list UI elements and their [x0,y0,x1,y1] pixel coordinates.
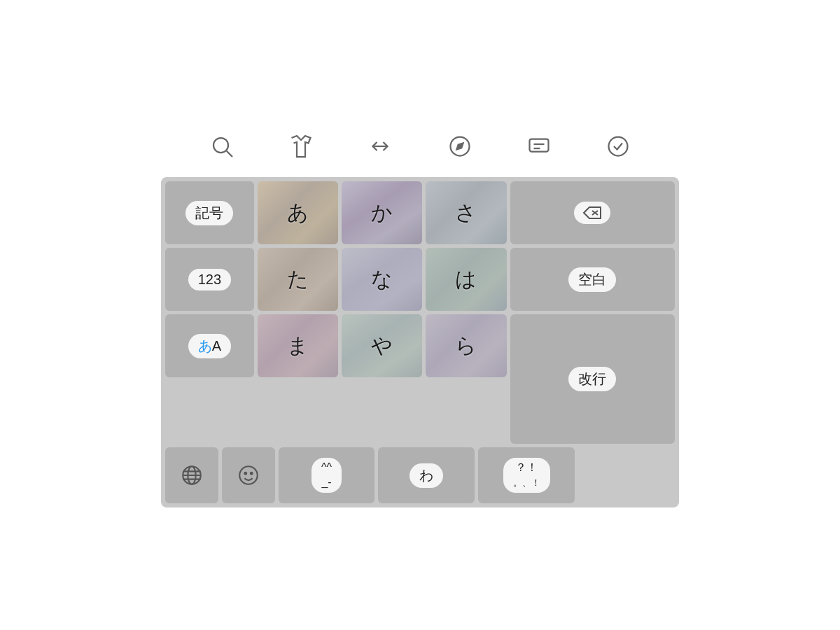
key-question[interactable]: ？！。、！ [478,447,575,503]
key-kigo-label: 記号 [186,201,233,225]
key-aA[interactable]: あA [165,314,254,377]
key-a-label: あ [287,199,309,227]
move-icon[interactable] [363,130,397,163]
keyboard: 記号 あ か さ [161,177,679,507]
svg-point-0 [214,138,228,153]
key-ra[interactable]: ら [426,314,506,377]
key-na[interactable]: な [342,248,422,311]
key-ya[interactable]: や [342,314,422,377]
key-newline-label: 改行 [568,367,616,391]
key-ka[interactable]: か [342,181,422,244]
svg-point-17 [244,472,246,475]
key-ha[interactable]: は [426,248,506,311]
key-123[interactable]: 123 [165,248,254,311]
key-sa[interactable]: さ [426,181,506,244]
check-circle-icon[interactable] [601,130,635,163]
key-kigou2[interactable]: ^^_- [279,447,375,503]
key-backspace[interactable] [510,181,676,244]
search-icon[interactable] [205,130,239,163]
key-aA-label: あA [188,334,231,358]
shirt-icon[interactable] [284,130,318,163]
key-space-label: 空白 [568,267,616,292]
backspace-pill [574,202,610,224]
toolbar [161,122,679,177]
key-123-label: 123 [188,269,231,290]
keyboard-row-1: 記号 あ か さ [165,181,675,244]
key-ma[interactable]: ま [258,314,338,377]
key-newline[interactable]: 改行 [510,314,676,444]
keyboard-row-3: あA ま や ら 改行 [165,314,675,444]
svg-point-16 [239,466,258,484]
key-ka-label: か [371,199,393,227]
keyboard-row-4: ^^_- わ ？！。、！ [165,447,675,503]
key-ha-label: は [455,265,477,294]
key-kigou2-label: ^^_- [312,458,342,493]
key-ta[interactable]: た [258,248,338,311]
key-ta-label: た [287,265,309,294]
key-space[interactable]: 空白 [510,248,676,311]
keyboard-row-2: 123 た な は 空白 [165,248,675,311]
key-wa[interactable]: わ [378,447,475,503]
key-na-label: な [371,265,393,294]
svg-point-8 [609,137,628,156]
compass-icon[interactable] [443,130,477,163]
key-a[interactable]: あ [258,181,338,244]
svg-line-1 [226,151,232,157]
svg-marker-4 [455,142,464,151]
key-ma-label: ま [287,332,309,360]
message-icon[interactable] [522,130,556,163]
key-globe[interactable] [165,447,218,503]
keyboard-container: 記号 あ か さ [147,108,693,522]
key-emoji[interactable] [222,447,275,503]
key-wa-label: わ [410,463,443,488]
svg-rect-5 [529,139,548,152]
key-question-label: ？！。、！ [503,458,550,493]
key-ya-label: や [371,332,393,360]
key-sa-label: さ [455,199,477,227]
svg-point-18 [251,472,253,475]
key-ra-label: ら [455,332,477,360]
key-kigo[interactable]: 記号 [165,181,254,244]
